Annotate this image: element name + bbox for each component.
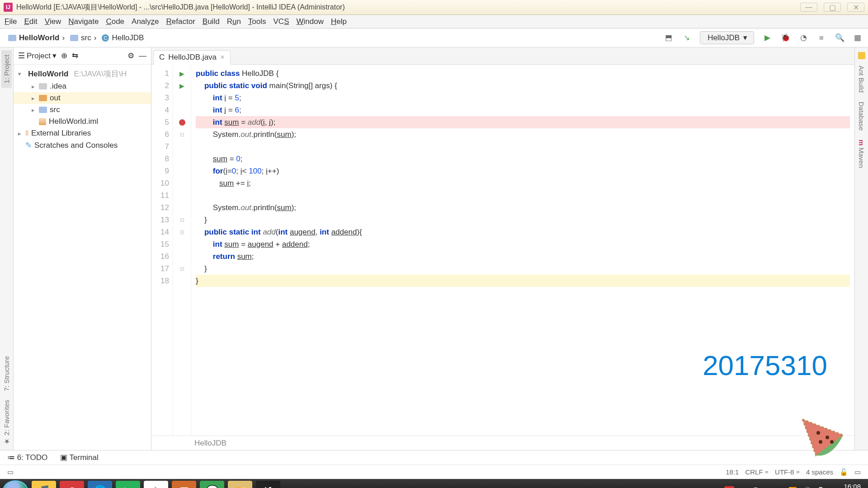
menubar: File Edit View Navigate Code Analyze Ref… [0, 15, 868, 28]
inspection-warning-icon[interactable] [858, 52, 865, 59]
editor-tab-label: HelloJDB.java [168, 53, 217, 62]
watermark: 20175310 [703, 349, 827, 381]
taskbar-app-wechat[interactable]: 💬 [200, 481, 224, 488]
gear-icon[interactable]: ⚙ [127, 51, 134, 61]
chevron-right-icon: ▸ [30, 83, 36, 90]
folder-icon [70, 35, 78, 41]
breadcrumb-file[interactable]: C HelloJDB [99, 33, 146, 43]
collapse-icon[interactable]: ⇆ [72, 51, 78, 61]
start-button[interactable] [3, 480, 28, 488]
settings-icon[interactable]: ▦ [853, 33, 863, 42]
chevron-down-icon: ▾ [16, 70, 23, 77]
close-button[interactable]: ✕ [847, 3, 864, 12]
project-view-dropdown[interactable]: ☰Project▾ [18, 51, 57, 61]
readonly-lock-icon[interactable]: 🔓 [840, 468, 848, 476]
iml-icon [39, 118, 46, 125]
hammer-icon[interactable]: ↘ [682, 33, 692, 42]
locate-icon[interactable]: ⊕ [61, 51, 67, 61]
breadcrumb-root[interactable]: HelloWorld › [5, 33, 67, 43]
editor-tab[interactable]: C HelloJDB.java × [153, 50, 231, 65]
watermelon-overlay [796, 410, 850, 460]
file-encoding[interactable]: UTF-8 ÷ [775, 468, 800, 476]
right-toolstrip: Ant Build Database m Maven [854, 47, 868, 450]
editor-breadcrumb[interactable]: HelloJDB [151, 436, 854, 450]
close-tab-icon[interactable]: × [220, 53, 225, 62]
tree-node-iml[interactable]: HelloWorld.iml [14, 116, 151, 127]
maximize-button[interactable]: ▢ [824, 3, 841, 12]
folder-icon [39, 95, 47, 101]
run-config-label: HelloJDB [708, 33, 740, 42]
taskbar-app-5[interactable]: ✈ [144, 481, 168, 488]
stop-button[interactable]: ■ [816, 33, 826, 42]
class-file-icon: C [159, 53, 165, 62]
menu-tools[interactable]: Tools [248, 17, 266, 26]
tree-node-root[interactable]: ▾ HelloWorld E:\JAVA\项目\H [14, 67, 151, 80]
taskbar-app-intellij[interactable]: IJ [256, 481, 280, 488]
tab-ant[interactable]: Ant Build [856, 61, 867, 97]
taskbar-app-1[interactable]: 🎵 [32, 481, 56, 488]
tree-node-src[interactable]: ▸ src [14, 104, 151, 116]
menu-navigate[interactable]: Navigate [68, 17, 99, 26]
menu-view[interactable]: View [45, 17, 61, 26]
breadcrumb-dir-label: src [81, 33, 91, 42]
editor-area: C HelloJDB.java × 1234567891011121314151… [151, 47, 854, 450]
tab-structure[interactable]: 7: Structure [1, 352, 12, 396]
tab-terminal[interactable]: ▣ Terminal [60, 453, 99, 462]
tab-database[interactable]: Database [856, 97, 867, 135]
taskbar-app-4[interactable]: ▶ [116, 481, 140, 488]
taskbar-app-explorer[interactable]: 📁 [228, 481, 252, 488]
run-config-combo[interactable]: HelloJDB ▾ [700, 31, 754, 44]
titlebar: IJ HelloWorld [E:\JAVA\项目\HelloWorld] - … [0, 0, 868, 15]
tree-node-scratches[interactable]: ✎ Scratches and Consoles [14, 139, 151, 151]
tab-project[interactable]: 1: Project [1, 50, 12, 88]
svg-point-3 [830, 440, 834, 444]
run-gutter[interactable]: ▶▶⊟⊟⊟⊟ [173, 65, 191, 436]
code-area[interactable]: public class HelloJDB { public static vo… [191, 65, 854, 436]
build-icon[interactable]: ⬒ [664, 33, 674, 42]
indent-setting[interactable]: 4 spaces [806, 468, 833, 476]
menu-vcs[interactable]: VCS [274, 17, 289, 26]
debug-button[interactable]: 🐞 [780, 33, 790, 42]
tray-clock[interactable]: 16:08 2019/3/29 [830, 483, 861, 488]
menu-file[interactable]: File [5, 17, 17, 26]
menu-analyze[interactable]: Analyze [132, 17, 159, 26]
menu-refactor[interactable]: Refactor [166, 17, 195, 26]
project-toolwindow-header: ☰Project▾ ⊕ ⇆ ⚙ — [14, 47, 151, 65]
search-icon[interactable]: 🔍 [835, 33, 844, 42]
menu-run[interactable]: Run [227, 17, 241, 26]
tree-node-out[interactable]: ▸ out [14, 92, 151, 104]
tree-node-idea[interactable]: ▸ .idea [14, 80, 151, 92]
memory-indicator[interactable]: ▭ [854, 468, 861, 476]
line-separator[interactable]: CRLF ÷ [745, 468, 769, 476]
minimize-button[interactable]: — [800, 3, 817, 12]
caret-position[interactable]: 18:1 [726, 468, 739, 476]
tray-ime-icon[interactable]: S [724, 486, 734, 488]
intellij-logo-icon: IJ [4, 3, 13, 12]
svg-point-2 [819, 440, 822, 444]
tab-favorites[interactable]: ★ 2: Favorites [1, 395, 12, 450]
hide-icon[interactable]: — [139, 52, 146, 61]
tree-node-external[interactable]: ▸ ⫴ External Libraries [14, 127, 151, 139]
project-toolwindow: ☰Project▾ ⊕ ⇆ ⚙ — ▾ HelloWorld E:\JAVA\项… [14, 47, 151, 450]
menu-help[interactable]: Help [331, 17, 347, 26]
editor-body[interactable]: 123456789101112131415161718 ▶▶⊟⊟⊟⊟ publi… [151, 65, 854, 436]
taskbar-app-3[interactable]: 🌐 [88, 481, 112, 488]
breadcrumb-root-label: HelloWorld [19, 33, 59, 42]
menu-build[interactable]: Build [203, 17, 220, 26]
menu-window[interactable]: Window [297, 17, 324, 26]
tab-maven[interactable]: m Maven [856, 135, 867, 173]
coverage-button[interactable]: ◔ [798, 33, 808, 42]
status-bar: ▭ 18:1 CRLF ÷ UTF-8 ÷ 4 spaces 🔓 ▭ [0, 465, 868, 479]
breadcrumb-dir[interactable]: src › [67, 33, 99, 43]
project-tree[interactable]: ▾ HelloWorld E:\JAVA\项目\H ▸ .idea ▸ out … [14, 65, 151, 450]
taskbar-app-2[interactable]: ◎ [60, 481, 84, 488]
breadcrumb-file-label: HelloJDB [112, 33, 144, 42]
taskbar-app-6[interactable]: ▦ [172, 481, 196, 488]
system-tray[interactable]: S ▥ 💬 ∗ ▦ 📶 🔊 🔋 16:08 2019/3/29 [724, 483, 865, 488]
menu-edit[interactable]: Edit [24, 17, 37, 26]
chevron-down-icon: ▾ [743, 33, 747, 42]
tab-todo[interactable]: ≔ 6: TODO [7, 453, 47, 462]
menu-code[interactable]: Code [106, 17, 124, 26]
line-gutter[interactable]: 123456789101112131415161718 [151, 65, 173, 436]
run-button[interactable]: ▶ [762, 33, 772, 42]
